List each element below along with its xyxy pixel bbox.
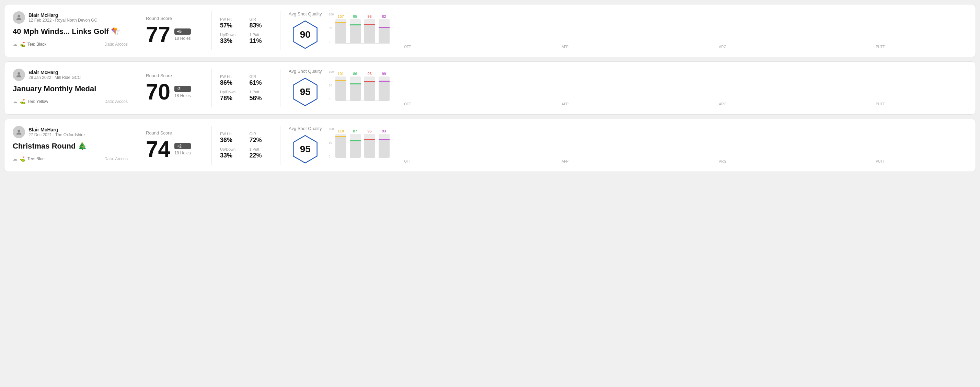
user-date: 29 Jan 2022 · Mill Ride GCC: [29, 75, 81, 80]
up-down-stat: Up/Down 78%: [220, 90, 243, 102]
tee-label: Tee: Yellow: [27, 99, 48, 104]
score-number: 74: [146, 138, 170, 160]
score-row: 77 +5 18 Holes: [146, 24, 202, 46]
person-icon: [15, 128, 23, 136]
weather-icon: ☁: [13, 41, 18, 47]
up-down-value: 33%: [220, 152, 243, 159]
fw-hit-value: 86%: [220, 79, 243, 86]
card-footer: ☁ ⛳ Tee: Black Data: Arccos: [13, 41, 128, 47]
gir-label: GIR: [250, 75, 272, 79]
round-card: Blair McHarg 27 Dec 2021 · The Oxfordshi…: [4, 119, 976, 172]
quality-left: Avg Shot Quality 95: [289, 68, 322, 107]
quality-label: Avg Shot Quality: [289, 126, 322, 131]
golf-icon: ⛳: [19, 41, 25, 47]
score-row: 74 +2 18 Holes: [146, 138, 202, 160]
gir-value: 83%: [250, 22, 272, 29]
one-putt-label: 1 Putt: [250, 147, 272, 151]
quality-left: Avg Shot Quality 95: [289, 126, 322, 165]
stats-grid: FW Hit 36% GIR 72% Up/Down 33% 1 Putt 22…: [220, 132, 272, 159]
bar-chart: 100 50 0 107 95: [329, 13, 959, 49]
gir-value: 61%: [250, 79, 272, 86]
hexagon-container: 90: [290, 19, 321, 50]
holes-label: 18 Holes: [174, 151, 191, 155]
user-name: Blair McHarg: [29, 12, 97, 18]
round-score-label: Round Score: [146, 130, 202, 135]
bar-chart: 100 50 0 110 87: [329, 127, 959, 163]
card-footer: ☁ ⛳ Tee: Yellow Data: Arccos: [13, 99, 128, 104]
stats-grid: FW Hit 86% GIR 61% Up/Down 78% 1 Putt 56…: [220, 75, 272, 102]
one-putt-label: 1 Putt: [250, 90, 272, 94]
up-down-label: Up/Down: [220, 90, 243, 94]
score-diff-badge: -2: [174, 86, 191, 92]
user-row: Blair McHarg 12 Feb 2022 · Royal North D…: [13, 11, 128, 24]
tee-info: ☁ ⛳ Tee: Black: [13, 41, 46, 47]
avatar: [13, 68, 25, 81]
gir-value: 72%: [250, 136, 272, 144]
score-section: Round Score 70 -2 18 Holes: [136, 68, 212, 107]
fw-hit-label: FW Hit: [220, 75, 243, 79]
bar-col-app: 86: [350, 72, 361, 100]
stats-grid: FW Hit 57% GIR 83% Up/Down 33% 1 Putt 11…: [220, 17, 272, 44]
user-row: Blair McHarg 29 Jan 2022 · Mill Ride GCC: [13, 68, 128, 81]
data-source: Data: Arccos: [104, 42, 128, 47]
score-section: Round Score 77 +5 18 Holes: [136, 11, 212, 50]
person-icon: [15, 14, 23, 21]
fw-hit-value: 36%: [220, 136, 243, 144]
quality-left: Avg Shot Quality 90: [289, 11, 322, 50]
user-name: Blair McHarg: [29, 70, 81, 75]
score-meta: -2 18 Holes: [174, 86, 191, 98]
fw-hit-stat: FW Hit 36%: [220, 132, 243, 144]
user-row: Blair McHarg 27 Dec 2021 · The Oxfordshi…: [13, 126, 128, 138]
round-score-label: Round Score: [146, 73, 202, 78]
hexagon-container: 95: [290, 134, 321, 165]
score-diff-badge: +2: [174, 143, 191, 149]
user-info: Blair McHarg 12 Feb 2022 · Royal North D…: [29, 12, 97, 23]
person-icon: [15, 71, 23, 79]
quality-section: Avg Shot Quality 90 100 50 0 107: [280, 11, 967, 50]
fw-hit-value: 57%: [220, 22, 243, 29]
up-down-label: Up/Down: [220, 33, 243, 37]
user-date: 12 Feb 2022 · Royal North Devon GC: [29, 18, 97, 23]
user-date: 27 Dec 2021 · The Oxfordshire: [29, 132, 85, 137]
bar-col-putt: 99: [379, 72, 390, 100]
one-putt-stat: 1 Putt 11%: [250, 33, 272, 44]
gir-stat: GIR 83%: [250, 17, 272, 29]
card-info: Blair McHarg 29 Jan 2022 · Mill Ride GCC…: [13, 68, 136, 107]
weather-icon: ☁: [13, 99, 18, 104]
score-meta: +5 18 Holes: [174, 29, 191, 41]
card-info: Blair McHarg 27 Dec 2021 · The Oxfordshi…: [13, 126, 136, 165]
score-meta: +2 18 Holes: [174, 143, 191, 155]
bar-col-ott: 110: [336, 129, 346, 158]
avatar: [13, 11, 25, 24]
svg-point-2: [18, 130, 20, 132]
round-title: 40 Mph Winds... Links Golf 🪁: [13, 27, 128, 36]
hex-score: 90: [300, 29, 311, 40]
bar-chart: 100 50 0 101 86: [329, 70, 959, 106]
svg-point-1: [18, 72, 20, 75]
card-info: Blair McHarg 12 Feb 2022 · Royal North D…: [13, 11, 136, 50]
fw-hit-label: FW Hit: [220, 132, 243, 136]
data-source: Data: Arccos: [104, 99, 128, 104]
one-putt-stat: 1 Putt 56%: [250, 90, 272, 102]
up-down-label: Up/Down: [220, 147, 243, 151]
card-footer: ☁ ⛳ Tee: Blue Data: Arccos: [13, 156, 128, 162]
hex-score: 95: [300, 86, 311, 97]
fw-hit-stat: FW Hit 57%: [220, 17, 243, 29]
one-putt-value: 56%: [250, 95, 272, 102]
quality-label: Avg Shot Quality: [289, 68, 322, 74]
round-title: January Monthly Medal: [13, 84, 128, 93]
round-title: Christmas Round 🎄: [13, 142, 128, 151]
quality-section: Avg Shot Quality 95 100 50 0 110: [280, 126, 967, 165]
up-down-value: 78%: [220, 95, 243, 102]
bar-col-arg: 95: [364, 129, 375, 158]
score-number: 70: [146, 81, 170, 103]
gir-stat: GIR 72%: [250, 132, 272, 144]
tee-label: Tee: Black: [27, 42, 46, 47]
stats-section: FW Hit 57% GIR 83% Up/Down 33% 1 Putt 11…: [212, 11, 280, 50]
bar-col-putt: 93: [379, 129, 390, 158]
bar-col-putt: 82: [379, 14, 390, 43]
gir-stat: GIR 61%: [250, 75, 272, 86]
score-row: 70 -2 18 Holes: [146, 81, 202, 103]
hexagon-container: 95: [290, 76, 321, 107]
weather-icon: ☁: [13, 156, 18, 162]
